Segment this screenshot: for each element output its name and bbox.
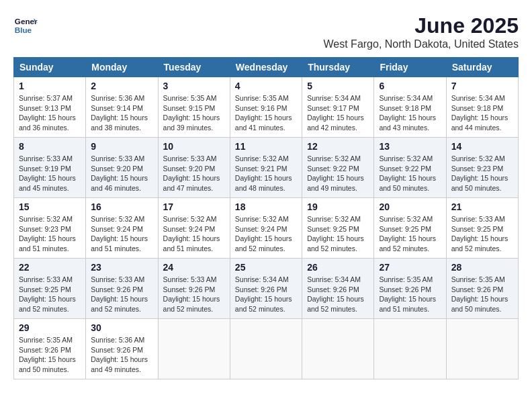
table-cell: 12Sunrise: 5:32 AMSunset: 9:22 PMDayligh… [302,138,374,198]
table-cell: 4Sunrise: 5:35 AMSunset: 9:16 PMDaylight… [230,77,302,138]
table-cell: 29Sunrise: 5:35 AMSunset: 9:26 PMDayligh… [14,319,86,379]
logo: General Blue [13,13,38,38]
col-thursday: Thursday [302,58,374,77]
day-number: 5 [307,81,369,91]
table-cell: 13Sunrise: 5:32 AMSunset: 9:22 PMDayligh… [374,138,446,198]
table-cell [230,319,302,379]
day-info: Sunrise: 5:33 AMSunset: 9:26 PMDaylight:… [91,275,152,314]
day-number: 29 [19,322,81,333]
table-cell: 28Sunrise: 5:35 AMSunset: 9:26 PMDayligh… [446,259,518,319]
day-number: 17 [163,201,225,212]
table-cell: 20Sunrise: 5:32 AMSunset: 9:25 PMDayligh… [374,198,446,259]
table-cell: 26Sunrise: 5:34 AMSunset: 9:26 PMDayligh… [302,259,374,319]
day-number: 11 [235,141,297,152]
day-info: Sunrise: 5:32 AMSunset: 9:23 PMDaylight:… [451,154,513,193]
day-number: 12 [307,141,369,152]
day-number: 24 [163,262,225,273]
table-cell: 30Sunrise: 5:36 AMSunset: 9:26 PMDayligh… [86,319,158,379]
table-cell: 1Sunrise: 5:37 AMSunset: 9:13 PMDaylight… [14,77,86,138]
week-row-3: 15Sunrise: 5:32 AMSunset: 9:23 PMDayligh… [14,198,519,259]
table-cell: 24Sunrise: 5:33 AMSunset: 9:26 PMDayligh… [158,259,230,319]
table-cell: 23Sunrise: 5:33 AMSunset: 9:26 PMDayligh… [86,259,158,319]
day-info: Sunrise: 5:32 AMSunset: 9:23 PMDaylight:… [19,214,81,254]
table-cell [374,319,446,379]
day-number: 8 [19,141,81,152]
week-row-1: 1Sunrise: 5:37 AMSunset: 9:13 PMDaylight… [14,77,519,138]
day-info: Sunrise: 5:33 AMSunset: 9:20 PMDaylight:… [91,154,152,193]
table-cell: 21Sunrise: 5:33 AMSunset: 9:25 PMDayligh… [446,198,518,259]
day-info: Sunrise: 5:32 AMSunset: 9:25 PMDaylight:… [379,214,441,254]
day-number: 22 [19,262,81,273]
table-cell: 6Sunrise: 5:34 AMSunset: 9:18 PMDaylight… [374,77,446,138]
day-info: Sunrise: 5:34 AMSunset: 9:18 PMDaylight:… [451,93,513,133]
day-info: Sunrise: 5:33 AMSunset: 9:25 PMDaylight:… [19,275,81,314]
table-cell: 14Sunrise: 5:32 AMSunset: 9:23 PMDayligh… [446,138,518,198]
table-cell: 7Sunrise: 5:34 AMSunset: 9:18 PMDaylight… [446,77,518,138]
week-row-5: 29Sunrise: 5:35 AMSunset: 9:26 PMDayligh… [14,319,519,379]
day-info: Sunrise: 5:32 AMSunset: 9:25 PMDaylight:… [307,214,369,254]
calendar-table: Sunday Monday Tuesday Wednesday Thursday… [13,57,519,379]
table-cell: 2Sunrise: 5:36 AMSunset: 9:14 PMDaylight… [86,77,158,138]
day-info: Sunrise: 5:35 AMSunset: 9:26 PMDaylight:… [19,335,81,375]
svg-text:Blue: Blue [15,26,32,34]
week-row-4: 22Sunrise: 5:33 AMSunset: 9:25 PMDayligh… [14,259,519,319]
day-info: Sunrise: 5:35 AMSunset: 9:16 PMDaylight:… [235,93,297,133]
day-info: Sunrise: 5:32 AMSunset: 9:24 PMDaylight:… [91,214,152,254]
col-friday: Friday [374,58,446,77]
day-info: Sunrise: 5:34 AMSunset: 9:17 PMDaylight:… [307,93,369,133]
calendar-header-row: Sunday Monday Tuesday Wednesday Thursday… [14,58,519,77]
col-monday: Monday [86,58,158,77]
day-number: 14 [451,141,513,152]
day-info: Sunrise: 5:37 AMSunset: 9:13 PMDaylight:… [19,93,81,133]
day-number: 27 [379,262,441,273]
day-number: 7 [451,81,513,91]
day-number: 10 [163,141,225,152]
table-cell [302,319,374,379]
col-tuesday: Tuesday [158,58,230,77]
main-title: June 2025 [324,13,519,38]
day-number: 4 [235,81,297,91]
day-number: 21 [451,201,513,212]
day-info: Sunrise: 5:36 AMSunset: 9:14 PMDaylight:… [91,93,152,133]
day-number: 30 [91,322,152,333]
day-number: 2 [91,81,152,91]
table-cell: 11Sunrise: 5:32 AMSunset: 9:21 PMDayligh… [230,138,302,198]
table-cell [158,319,230,379]
table-cell: 16Sunrise: 5:32 AMSunset: 9:24 PMDayligh… [86,198,158,259]
header: General Blue June 2025 West Fargo, North… [13,13,519,50]
day-info: Sunrise: 5:33 AMSunset: 9:19 PMDaylight:… [19,154,81,193]
day-info: Sunrise: 5:32 AMSunset: 9:24 PMDaylight:… [235,214,297,254]
day-info: Sunrise: 5:32 AMSunset: 9:22 PMDaylight:… [379,154,441,193]
title-area: June 2025 West Fargo, North Dakota, Unit… [324,13,519,50]
table-cell [446,319,518,379]
day-info: Sunrise: 5:33 AMSunset: 9:20 PMDaylight:… [163,154,225,193]
subtitle: West Fargo, North Dakota, United States [324,38,519,50]
table-cell: 19Sunrise: 5:32 AMSunset: 9:25 PMDayligh… [302,198,374,259]
day-info: Sunrise: 5:32 AMSunset: 9:22 PMDaylight:… [307,154,369,193]
table-cell: 22Sunrise: 5:33 AMSunset: 9:25 PMDayligh… [14,259,86,319]
table-cell: 10Sunrise: 5:33 AMSunset: 9:20 PMDayligh… [158,138,230,198]
day-info: Sunrise: 5:36 AMSunset: 9:26 PMDaylight:… [91,335,152,375]
day-number: 9 [91,141,152,152]
table-cell: 15Sunrise: 5:32 AMSunset: 9:23 PMDayligh… [14,198,86,259]
logo-icon: General Blue [13,13,38,38]
col-sunday: Sunday [14,58,86,77]
day-info: Sunrise: 5:32 AMSunset: 9:24 PMDaylight:… [163,214,225,254]
day-number: 13 [379,141,441,152]
day-number: 3 [163,81,225,91]
table-cell: 25Sunrise: 5:34 AMSunset: 9:26 PMDayligh… [230,259,302,319]
table-cell: 17Sunrise: 5:32 AMSunset: 9:24 PMDayligh… [158,198,230,259]
table-cell: 27Sunrise: 5:35 AMSunset: 9:26 PMDayligh… [374,259,446,319]
day-number: 25 [235,262,297,273]
day-number: 1 [19,81,81,91]
day-info: Sunrise: 5:35 AMSunset: 9:15 PMDaylight:… [163,93,225,133]
day-number: 20 [379,201,441,212]
table-cell: 18Sunrise: 5:32 AMSunset: 9:24 PMDayligh… [230,198,302,259]
col-wednesday: Wednesday [230,58,302,77]
day-number: 16 [91,201,152,212]
day-info: Sunrise: 5:33 AMSunset: 9:26 PMDaylight:… [163,275,225,314]
day-number: 23 [91,262,152,273]
table-cell: 3Sunrise: 5:35 AMSunset: 9:15 PMDaylight… [158,77,230,138]
day-info: Sunrise: 5:35 AMSunset: 9:26 PMDaylight:… [379,275,441,314]
day-number: 18 [235,201,297,212]
